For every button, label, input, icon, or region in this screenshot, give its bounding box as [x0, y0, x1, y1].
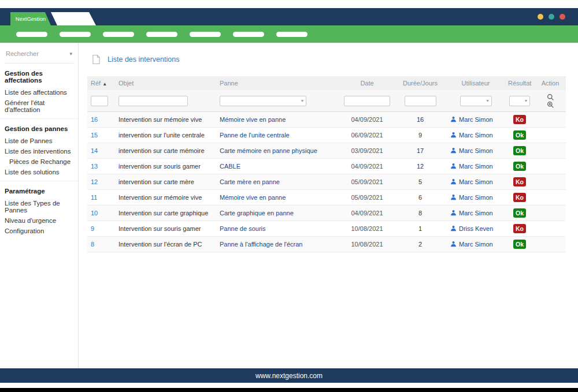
filter-objet-input[interactable] — [118, 96, 188, 106]
nav-pill[interactable] — [146, 32, 177, 37]
sidebar-item[interactable]: Niveau d'urgence — [5, 215, 73, 226]
filter-utilisateur-select[interactable]: ▾ — [460, 96, 492, 106]
cell-ref[interactable]: 10 — [87, 206, 115, 221]
col-ref[interactable]: Réf ▲ — [87, 76, 115, 90]
cell-panne[interactable]: Carte mémoire en panne physique — [216, 143, 340, 159]
col-panne[interactable]: Panne — [216, 76, 340, 90]
nav-pill[interactable] — [233, 32, 264, 37]
filter-ref-input[interactable] — [91, 96, 108, 106]
sidebar-item[interactable]: Liste des interventions — [5, 146, 73, 156]
cell-resultat: Ko — [505, 190, 535, 206]
table-header-row: Réf ▲ Objet Panne Date Durée/Jours Utili… — [87, 76, 566, 90]
col-resultat[interactable]: Résultat — [505, 76, 535, 90]
cell-resultat: Ok — [505, 237, 535, 252]
sidebar-item[interactable]: Liste de Pannes — [5, 136, 73, 146]
status-badge: Ok — [513, 130, 526, 140]
col-objet[interactable]: Objet — [115, 76, 216, 90]
col-date[interactable]: Date — [340, 76, 394, 90]
nav-pill[interactable] — [16, 32, 47, 37]
cell-resultat: Ok — [505, 143, 535, 159]
table-row[interactable]: 8Intervention sur l'écran de PCPanne à l… — [87, 237, 566, 252]
status-badge: Ko — [513, 115, 526, 124]
nav-pill[interactable] — [103, 32, 134, 37]
cell-utilisateur: Marc Simon — [447, 174, 505, 190]
cell-action — [535, 159, 566, 174]
cell-date: 04/09/2021 — [340, 112, 394, 128]
sidebar-item[interactable]: Pièces de Rechange — [5, 156, 73, 167]
table-row[interactable]: 11Intervention sur mémoire viveMémoire v… — [87, 190, 566, 206]
nav-pill[interactable] — [60, 32, 91, 37]
sidebar-item[interactable]: Configuration — [5, 226, 73, 236]
table-row[interactable]: 12intervention sur carte mèreCarte mère … — [87, 174, 566, 190]
chevron-down-icon: ▾ — [69, 51, 72, 57]
maximize-button[interactable] — [549, 14, 554, 20]
cell-duree: 16 — [394, 112, 447, 128]
user-icon — [450, 178, 457, 185]
sort-asc-icon: ▲ — [102, 81, 107, 87]
cell-ref[interactable]: 14 — [87, 143, 115, 159]
status-badge: Ko — [513, 177, 526, 186]
cell-date: 10/08/2021 — [340, 221, 394, 237]
cell-panne[interactable]: Panne de souris — [216, 221, 340, 237]
cell-ref[interactable]: 9 — [87, 221, 115, 237]
cell-ref[interactable]: 11 — [87, 190, 115, 206]
user-name: Marc Simon — [459, 132, 493, 139]
cell-action — [535, 221, 566, 237]
user-icon — [450, 116, 457, 122]
cell-panne[interactable]: Mémoire vive en panne — [216, 112, 340, 128]
cell-panne[interactable]: Panne de l'unite centrale — [216, 128, 340, 143]
sidebar-item[interactable]: Liste des Types de Pannes — [5, 198, 73, 215]
cell-panne[interactable]: Carte graphique en panne — [216, 206, 340, 221]
nav-pill[interactable] — [190, 32, 221, 37]
table-row[interactable]: 13intervention sur souris gamerCABLE04/0… — [87, 159, 566, 174]
table-row[interactable]: 15intervention sur l'unite centralePanne… — [87, 128, 566, 143]
cell-action — [535, 112, 566, 128]
user-name: Marc Simon — [459, 210, 493, 216]
minimize-button[interactable] — [538, 14, 543, 20]
table-row[interactable]: 10Intervention sur carte graphiqueCarte … — [87, 206, 566, 221]
search-select[interactable]: Rechercher ▾ — [5, 48, 73, 64]
user-name: Marc Simon — [459, 116, 493, 123]
cell-ref[interactable]: 8 — [87, 237, 115, 252]
footer-url[interactable]: www.nextgestion.com — [255, 372, 323, 380]
search-select-label: Rechercher — [6, 50, 39, 57]
brand-tab-decoration — [51, 12, 96, 25]
status-badge: Ko — [513, 224, 526, 233]
nav-pill[interactable] — [276, 32, 307, 37]
cell-panne[interactable]: Carte mère en panne — [216, 174, 340, 190]
filter-resultat-select[interactable]: ▾ — [509, 96, 530, 106]
cell-panne[interactable]: Mémoire vive en panne — [216, 190, 340, 206]
cell-ref[interactable]: 15 — [87, 128, 115, 143]
cell-objet: intervention sur l'unite centrale — [115, 128, 216, 143]
search-icon[interactable] — [547, 94, 554, 101]
cell-panne[interactable]: CABLE — [216, 159, 340, 174]
col-duree[interactable]: Durée/Jours — [394, 76, 447, 90]
cell-date: 06/09/2021 — [340, 128, 394, 143]
close-button[interactable] — [560, 14, 565, 20]
sidebar-item[interactable]: Liste des affectations — [5, 87, 73, 98]
col-utilisateur[interactable]: Utilisateur — [447, 76, 505, 90]
clear-search-icon[interactable] — [547, 101, 554, 109]
cell-ref[interactable]: 16 — [87, 112, 115, 128]
sidebar-item[interactable]: Liste des solutions — [5, 167, 73, 177]
cell-ref[interactable]: 13 — [87, 159, 115, 174]
status-badge: Ko — [513, 193, 526, 202]
cell-resultat: Ok — [505, 128, 535, 143]
filter-panne-select[interactable]: ▾ — [220, 96, 306, 106]
cell-objet: intervention sur souris gamer — [115, 159, 216, 174]
table-row[interactable]: 14intervention sur carte mémoireCarte mé… — [87, 143, 566, 159]
sidebar-item[interactable]: Générer l'état d'affectation — [5, 98, 73, 115]
table-row[interactable]: 16Intervention sur mémoire viveMémoire v… — [87, 112, 566, 128]
user-name: Marc Simon — [459, 241, 493, 248]
filter-date-input[interactable] — [344, 96, 390, 106]
filter-duree-input[interactable] — [405, 96, 436, 106]
cell-duree: 8 — [394, 206, 447, 221]
cell-date: 05/09/2021 — [340, 174, 394, 190]
cell-duree: 17 — [394, 143, 447, 159]
title-bar: NextGestion — [0, 8, 578, 25]
cell-utilisateur: Marc Simon — [447, 159, 505, 174]
brand-logo[interactable]: NextGestion — [10, 12, 51, 25]
table-row[interactable]: 9Intervention sur souris gamerPanne de s… — [87, 221, 566, 237]
cell-ref[interactable]: 12 — [87, 174, 115, 190]
cell-panne[interactable]: Panne à l'affichage de l'écran — [216, 237, 340, 252]
